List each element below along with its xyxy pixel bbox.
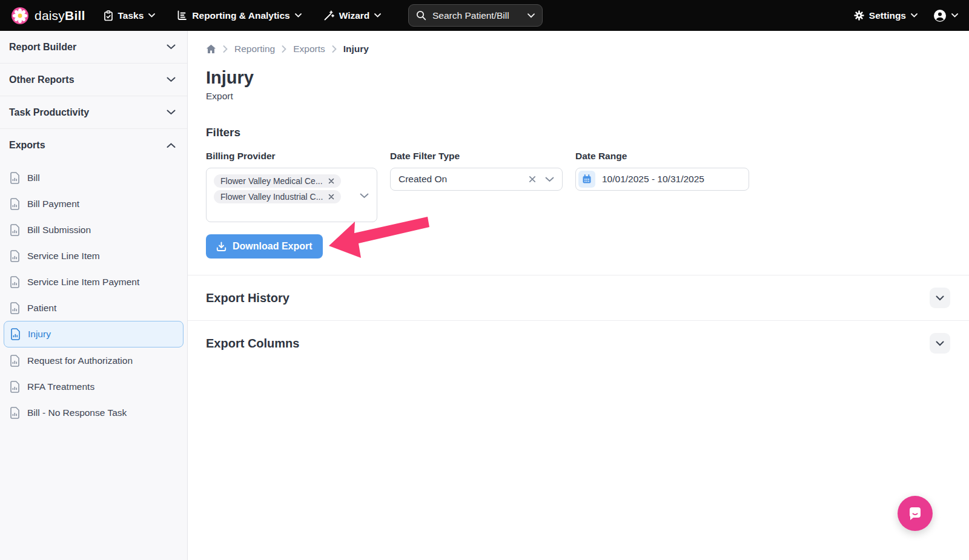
date-range-input[interactable]: 10/01/2025 - 10/31/2025 (575, 168, 749, 191)
sidebar-item-label: Service Line Item (27, 251, 100, 262)
chevron-down-icon (167, 77, 176, 82)
nav-reporting-label: Reporting & Analytics (192, 10, 289, 21)
sidebar-item-label: Service Line Item Payment (27, 277, 139, 288)
chevron-up-icon (167, 143, 176, 148)
sidebar-section-task-productivity[interactable]: Task Productivity (0, 96, 187, 129)
chevron-down-icon (951, 13, 958, 18)
section-label: Task Productivity (9, 107, 89, 118)
nav-wizard[interactable]: Wizard (323, 10, 382, 21)
search-label: Search Patient/Bill (432, 10, 521, 21)
chevron-down-icon (295, 13, 302, 18)
breadcrumb-link-exports[interactable]: Exports (293, 44, 325, 54)
bar-chart-icon (177, 10, 187, 21)
remove-tag-icon[interactable] (328, 194, 334, 200)
section-label: Exports (9, 140, 45, 151)
provider-tag: Flower Valley Medical Ce... (214, 174, 341, 188)
nav-account[interactable] (933, 9, 958, 22)
download-icon (216, 242, 227, 252)
brand-logo[interactable]: daisyBill (11, 7, 85, 25)
breadcrumb-link-reporting[interactable]: Reporting (234, 44, 275, 54)
sidebar-item-rfa-treatments[interactable]: RFA Treatments (0, 374, 187, 400)
calendar-icon[interactable] (578, 171, 595, 188)
report-document-icon (10, 407, 20, 419)
chat-widget-button[interactable] (898, 496, 933, 531)
nav-settings[interactable]: Settings (854, 10, 918, 21)
report-document-icon (10, 198, 20, 210)
chevron-down-icon[interactable] (360, 190, 369, 201)
sidebar-section-other-reports[interactable]: Other Reports (0, 64, 187, 96)
page-subtitle: Export (206, 91, 969, 102)
sidebar-item-bill-payment[interactable]: Bill Payment (0, 191, 187, 217)
breadcrumb-separator-icon (223, 45, 228, 53)
export-history-toggle[interactable] (930, 288, 950, 308)
page-title: Injury (206, 68, 969, 88)
remove-tag-icon[interactable] (328, 178, 334, 184)
date-filter-type-group: Date Filter Type Created On (390, 151, 563, 191)
nav-right: Settings (854, 9, 958, 22)
report-document-icon (10, 355, 20, 367)
sidebar-section-exports[interactable]: Exports (0, 129, 187, 162)
daisy-flower-icon (11, 7, 29, 25)
export-columns-title: Export Columns (206, 337, 299, 351)
sidebar-item-label: Bill (27, 173, 40, 183)
user-account-icon (933, 9, 947, 22)
section-label: Report Builder (9, 42, 76, 53)
sidebar-item-label: Request for Authorization (27, 355, 133, 366)
chevron-down-icon (167, 44, 176, 50)
sidebar-item-bill-no-response-task[interactable]: Bill - No Response Task (0, 400, 187, 426)
export-history-title: Export History (206, 291, 289, 305)
chat-bubble-icon (907, 505, 924, 522)
sidebar-item-label: Bill Submission (27, 225, 91, 236)
clear-icon[interactable] (529, 176, 536, 183)
sidebar-item-bill[interactable]: Bill (0, 165, 187, 191)
chevron-down-icon (374, 13, 381, 18)
sidebar-item-injury[interactable]: Injury (4, 321, 184, 348)
section-label: Other Reports (9, 74, 74, 85)
provider-tag: Flower Valley Industrial C... (214, 190, 341, 203)
chevron-down-icon (911, 13, 918, 18)
sidebar-item-service-line-item[interactable]: Service Line Item (0, 243, 187, 269)
report-document-icon (10, 276, 20, 288)
nav-tasks-label: Tasks (118, 10, 144, 21)
sidebar-item-service-line-item-payment[interactable]: Service Line Item Payment (0, 269, 187, 295)
nav-settings-label: Settings (869, 10, 906, 21)
nav-wizard-label: Wizard (339, 10, 370, 21)
date-range-group: Date Range 10/0 (575, 151, 749, 191)
sidebar-item-label: RFA Treatments (27, 381, 94, 392)
sidebar-section-report-builder[interactable]: Report Builder (0, 31, 187, 64)
sidebar-item-bill-submission[interactable]: Bill Submission (0, 217, 187, 243)
billing-provider-multiselect[interactable]: Flower Valley Medical Ce... Flower Valle… (206, 168, 377, 222)
sidebar-item-request-for-authorization[interactable]: Request for Authorization (0, 348, 187, 374)
breadcrumb-separator-icon (332, 45, 337, 53)
report-document-icon (10, 328, 21, 340)
breadcrumb: Reporting Exports Injury (206, 44, 969, 54)
provider-tag-label: Flower Valley Medical Ce... (220, 176, 323, 186)
accordion-sections: Export History Export Columns (188, 275, 969, 366)
sidebar-item-patient[interactable]: Patient (0, 295, 187, 321)
chevron-down-icon[interactable] (545, 177, 554, 182)
date-filter-type-label: Date Filter Type (390, 151, 563, 162)
report-document-icon (10, 224, 20, 236)
chevron-down-icon (148, 13, 155, 18)
sidebar-item-label: Patient (27, 303, 56, 314)
top-nav: daisyBill Tasks Reportin (0, 0, 969, 31)
export-columns-toggle[interactable] (930, 333, 950, 354)
chevron-down-icon (167, 110, 176, 115)
home-icon[interactable] (206, 44, 216, 54)
download-export-label: Download Export (233, 241, 313, 252)
search-patient-bill[interactable]: Search Patient/Bill (408, 4, 543, 27)
date-filter-type-select[interactable]: Created On (390, 168, 563, 191)
breadcrumb-separator-icon (282, 45, 286, 53)
gear-icon (854, 10, 864, 21)
billing-provider-label: Billing Provider (206, 151, 377, 162)
main-content: Reporting Exports Injury Injury Export F… (188, 31, 969, 560)
magic-wand-icon (323, 10, 334, 21)
export-columns-section: Export Columns (188, 320, 969, 366)
download-export-button[interactable]: Download Export (206, 234, 323, 259)
nav-reporting-analytics[interactable]: Reporting & Analytics (177, 10, 301, 21)
billing-provider-group: Billing Provider Flower Valley Medical C… (206, 151, 377, 222)
export-report-list: BillBill PaymentBill SubmissionService L… (0, 162, 187, 426)
nav-tasks[interactable]: Tasks (104, 10, 156, 21)
date-filter-type-value: Created On (399, 174, 529, 185)
chevron-down-icon (936, 341, 944, 346)
